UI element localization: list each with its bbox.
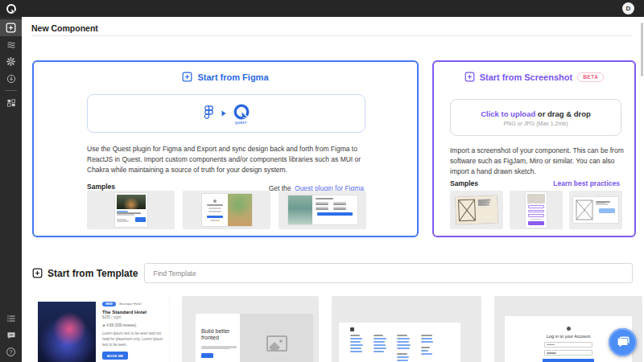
sidebar-item-components[interactable] xyxy=(0,94,22,111)
sample-preview xyxy=(573,197,618,223)
footer-panel xyxy=(339,323,460,362)
sample-preview xyxy=(115,193,147,227)
plus-square-icon xyxy=(182,72,192,82)
hotel-photo xyxy=(38,302,96,362)
screenshot-sample-wireframe[interactable] xyxy=(569,191,622,229)
drag-drop-text: or drag & drop xyxy=(535,109,591,118)
screenshot-samples-row: Samples Learn best practices xyxy=(450,179,620,187)
footer-column xyxy=(397,335,411,361)
upload-label: Click to upload or drag & drop xyxy=(481,109,591,118)
layers-icon xyxy=(6,40,16,50)
hero-text-panel: Build better fronted xyxy=(196,314,240,362)
sidebar-item-design-system[interactable] xyxy=(0,36,22,53)
hotel-description: Lorem ipsum text to be seen and not read… xyxy=(102,331,163,348)
screenshot-sample-thumbs xyxy=(450,191,622,229)
sidebar: ? xyxy=(0,17,22,362)
book-me-button[interactable]: BOOK ME xyxy=(102,352,128,360)
screenshot-card-header: Start from Screenshot BETA xyxy=(434,72,634,82)
sidebar-item-changelog[interactable] xyxy=(0,310,22,327)
user-avatar[interactable]: D xyxy=(622,2,634,14)
footer-column xyxy=(421,335,433,361)
quest-logo-blue: QUEST xyxy=(233,103,250,125)
footer-column xyxy=(374,335,386,361)
start-from-screenshot-card[interactable]: Start from Screenshot BETA Click to uplo… xyxy=(432,60,636,237)
topbar: D xyxy=(0,0,644,17)
messenger-icon xyxy=(616,335,630,349)
header-divider xyxy=(31,35,632,36)
figma-sample-property-card[interactable] xyxy=(87,191,175,229)
quest-logo-icon[interactable] xyxy=(6,3,17,14)
beta-badge: BETA xyxy=(577,72,604,82)
main-content: New Component Start from Figma QUEST Use… xyxy=(22,17,644,362)
samples-label: Samples xyxy=(87,183,115,191)
hero-image-area xyxy=(240,314,313,362)
sidebar-item-feedback[interactable] xyxy=(0,327,22,343)
login-logo xyxy=(567,327,571,331)
chat-widget-button[interactable] xyxy=(609,328,637,356)
help-icon: ? xyxy=(6,348,15,356)
template-section-title: Start from Template xyxy=(47,268,138,279)
learn-best-practices-link[interactable]: Learn best practices xyxy=(553,179,620,187)
figma-to-quest-graphic: QUEST xyxy=(87,94,365,133)
new-badge: NEW xyxy=(102,302,116,306)
footer-logo xyxy=(350,327,354,331)
screenshot-sample-mobile-form[interactable] xyxy=(510,191,563,229)
template-hero-section[interactable]: Build better fronted xyxy=(182,296,319,362)
upload-dropzone[interactable]: Click to upload or drag & drop PNG or JP… xyxy=(450,99,621,136)
template-footer-links[interactable] xyxy=(332,296,481,362)
find-template-input[interactable] xyxy=(144,263,633,283)
login-button xyxy=(543,359,594,362)
screenshot-card-description: Import a screenshot of your component. T… xyxy=(450,146,624,178)
hotel-name: The Standard Hotel xyxy=(102,310,163,315)
hotel-rating: ★ 4.69 (339 reviews) xyxy=(102,323,163,327)
arrow-right-icon xyxy=(221,110,226,117)
figma-sample-login-split[interactable] xyxy=(183,191,270,229)
start-from-figma-card[interactable]: Start from Figma QUEST Use the Quest plu… xyxy=(32,60,419,237)
sidebar-item-help[interactable]: ? xyxy=(0,343,22,360)
plus-square-icon xyxy=(6,23,16,33)
plus-square-icon xyxy=(32,268,43,278)
login-input-field xyxy=(544,342,592,348)
page-title: New Component xyxy=(31,23,98,33)
sample-preview xyxy=(526,192,547,228)
figma-card-description: Use the Quest plugin for Figma and Expor… xyxy=(87,144,367,176)
plus-square-icon xyxy=(464,72,475,82)
app-window: D ? New xyxy=(0,0,644,362)
placeholder-line xyxy=(201,348,230,350)
template-hotel-card[interactable]: NEW Boutique Hotel The Standard Hotel $2… xyxy=(32,296,169,362)
start-from-template-section: Start from Template xyxy=(32,263,633,283)
gear-icon xyxy=(6,56,16,67)
image-placeholder-icon xyxy=(266,335,287,352)
star-icon: ★ xyxy=(102,323,105,327)
figma-logo-icon xyxy=(203,105,215,122)
login-input-field xyxy=(544,350,592,356)
login-heading: Log in to your Account xyxy=(547,334,590,339)
footer-columns xyxy=(350,335,452,361)
sample-preview xyxy=(202,194,252,226)
screenshot-card-title: Start from Screenshot xyxy=(480,72,573,82)
hotel-price: $295 / night xyxy=(102,315,163,319)
sample-preview xyxy=(288,195,357,224)
list-icon xyxy=(6,314,16,323)
upload-hint: PNG or JPG (Max 1.2mb) xyxy=(503,121,568,126)
click-to-upload-link[interactable]: Click to upload xyxy=(481,109,535,118)
quest-caption: QUEST xyxy=(235,121,247,125)
hotel-content: NEW Boutique Hotel The Standard Hotel $2… xyxy=(102,302,163,362)
board-grid-icon xyxy=(6,98,16,108)
samples-label: Samples xyxy=(450,179,478,187)
sidebar-bottom-group: ? xyxy=(0,310,22,362)
sidebar-item-settings[interactable] xyxy=(0,53,22,70)
download-circle-icon xyxy=(6,74,16,84)
template-section-title-row: Start from Template xyxy=(32,268,138,279)
chat-bubble-icon xyxy=(6,331,16,340)
figma-sample-thumbs xyxy=(87,191,366,229)
screenshot-sample-sketch[interactable] xyxy=(450,191,503,229)
sidebar-item-export[interactable] xyxy=(0,70,22,87)
sidebar-item-new-component[interactable] xyxy=(0,19,22,36)
sidebar-divider xyxy=(5,90,17,91)
figma-card-header: Start from Figma xyxy=(34,72,417,82)
hero-heading: Build better fronted xyxy=(201,328,235,342)
vertical-scrollbar[interactable] xyxy=(641,23,643,76)
hero-cta-button xyxy=(201,353,213,358)
figma-sample-checkout[interactable] xyxy=(279,191,366,229)
